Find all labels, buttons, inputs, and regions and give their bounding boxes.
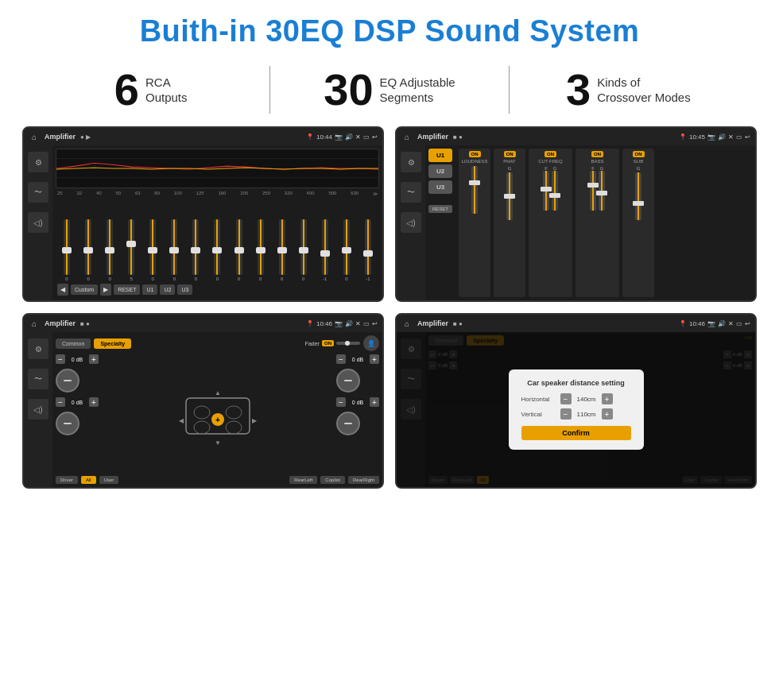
dialog-vertical-plus[interactable]: + <box>602 408 613 420</box>
u3-btn[interactable]: U3 <box>428 180 452 194</box>
sidebar-btn-speaker[interactable]: ◁) <box>28 212 48 233</box>
svg-text:◀: ◀ <box>179 417 184 424</box>
cross-left-plus2[interactable]: + <box>89 397 99 407</box>
dialog-horizontal-plus[interactable]: + <box>602 393 613 404</box>
eq-prev-btn[interactable]: ◀ <box>57 284 68 296</box>
eq-graph <box>56 149 379 188</box>
loudness-on: ON <box>469 151 481 157</box>
cross-user-icon[interactable]: 👤 <box>363 335 379 351</box>
sidebar-btn-wave[interactable]: 〜 <box>28 182 48 203</box>
cross-btn-driver[interactable]: Driver <box>56 476 78 484</box>
cross-home-icon[interactable]: ⌂ <box>29 318 40 329</box>
cutfreq-on: ON <box>545 151 556 157</box>
cross-right-controls: − 0 dB + − 0 dB + <box>336 354 379 474</box>
cutfreq-f-slider[interactable] <box>543 171 549 211</box>
cross-back-icon[interactable]: ↩ <box>372 320 378 327</box>
cross-knob-1[interactable] <box>56 369 79 393</box>
cross-tab-specialty[interactable]: Specialty <box>94 338 131 349</box>
slider-6: 0 <box>165 219 184 281</box>
cross-left-minus1[interactable]: − <box>56 354 65 364</box>
amp-back-icon[interactable]: ↩ <box>745 133 750 141</box>
cross-left-minus2[interactable]: − <box>56 397 65 407</box>
cross-right-plus1[interactable]: + <box>370 354 379 364</box>
cross-tab-common[interactable]: Common <box>56 338 91 349</box>
amp-content: ⚙ 〜 ◁) U1 U2 U3 RESET ON LOUDNESS <box>397 145 755 300</box>
cross-sidebar-btn-eq[interactable]: ⚙ <box>28 338 48 359</box>
screen-amp: ⌂ Amplifier ■ ● 📍 10:45 📷 🔊 ✕ ▭ ↩ ⚙ 〜 ◁) <box>395 126 757 302</box>
dialog-overlay: Car speaker distance setting Horizontal … <box>397 332 755 487</box>
cross-topbar: ⌂ Amplifier ■ ● 📍 10:46 📷 🔊 ✕ ▭ ↩ <box>24 315 382 332</box>
u1-btn[interactable]: U1 <box>428 149 452 162</box>
cross-fader-bar[interactable] <box>336 342 360 345</box>
dialog-horizontal-val: 140cm <box>575 396 599 403</box>
cross-btn-all[interactable]: All <box>81 476 96 484</box>
amp-sidebar-btn-wave[interactable]: 〜 <box>401 182 421 203</box>
cross-left-plus1[interactable]: + <box>89 354 99 364</box>
dialog-content: ⚙ 〜 ◁) Common Specialty ON − 0 dB <box>397 332 755 487</box>
cutfreq-g-slider[interactable] <box>552 171 558 211</box>
dialog-vertical-val: 110cm <box>575 411 599 418</box>
eq-u2-btn[interactable]: U2 <box>160 284 175 295</box>
dialog-vertical-minus[interactable]: − <box>560 408 572 420</box>
cross-fader-on[interactable]: ON <box>322 340 334 346</box>
amp-sidebar-btn-speaker[interactable]: ◁) <box>401 212 421 233</box>
cross-right-db2: − 0 dB + <box>336 397 379 407</box>
dialog-win-icon: ▭ <box>736 320 742 327</box>
dialog-dots: ■ ● <box>453 320 463 327</box>
cutfreq-panel: ON CUT FREQ F G <box>529 149 572 297</box>
eq-u1-btn[interactable]: U1 <box>142 284 157 295</box>
cross-right-plus2[interactable]: + <box>370 397 379 407</box>
amp-panels: ON LOUDNESS ON PHAT G <box>459 149 752 297</box>
amp-x-icon: ✕ <box>728 133 734 141</box>
screen-eq: ⌂ Amplifier ● ▶ 📍 10:44 📷 🔊 ✕ ▭ ↩ ⚙ 〜 ◁) <box>22 126 384 302</box>
dialog-horizontal-minus[interactable]: − <box>560 393 572 404</box>
cross-left-controls: − 0 dB + − 0 dB + <box>56 354 99 474</box>
page-title: Buith-in 30EQ DSP Sound System <box>0 0 779 60</box>
cross-knob-3[interactable] <box>336 369 360 393</box>
dialog-back-icon[interactable]: ↩ <box>745 320 750 327</box>
cross-right-val2: 0 dB <box>348 400 367 405</box>
back-icon[interactable]: ↩ <box>372 133 378 141</box>
phat-on: ON <box>504 151 516 157</box>
phat-slider[interactable] <box>506 172 513 220</box>
confirm-button[interactable]: Confirm <box>521 426 631 440</box>
bass-f-slider[interactable] <box>590 171 596 211</box>
dialog-time-info: 📍 10:46 📷 🔊 ✕ ▭ ↩ <box>679 320 750 327</box>
cross-btn-rearright[interactable]: RearRight <box>348 476 379 484</box>
stats-row: 6 RCA Outputs 30 EQ Adjustable Segments … <box>0 60 779 126</box>
cross-right-minus1[interactable]: − <box>336 354 346 364</box>
bass-g-slider[interactable] <box>599 171 605 211</box>
dialog-home-icon[interactable]: ⌂ <box>401 318 413 329</box>
eq-custom-btn[interactable]: Custom <box>71 284 98 295</box>
cross-tabs-row: Common Specialty Fader ON 👤 <box>56 335 379 351</box>
eq-topbar: ⌂ Amplifier ● ▶ 📍 10:44 📷 🔊 ✕ ▭ ↩ <box>24 128 382 145</box>
cross-btn-copilot[interactable]: Copilot <box>320 476 345 484</box>
cross-sidebar-btn-speaker[interactable]: ◁) <box>28 399 48 420</box>
cross-knob-2[interactable] <box>56 412 79 435</box>
window-icon: ▭ <box>363 133 370 141</box>
cross-sidebar-btn-wave[interactable]: 〜 <box>28 369 48 389</box>
sub-slider[interactable] <box>635 172 641 220</box>
eq-u3-btn[interactable]: U3 <box>177 284 192 295</box>
stat-number-rca: 6 <box>114 68 139 112</box>
cross-btn-rearleft[interactable]: RearLeft <box>289 476 317 484</box>
x-icon: ✕ <box>355 133 361 141</box>
eq-content: ⚙ 〜 ◁) <box>24 145 382 300</box>
eq-reset-btn[interactable]: RESET <box>114 284 140 295</box>
cross-right-minus2[interactable]: − <box>336 397 346 407</box>
u2-btn[interactable]: U2 <box>428 164 452 178</box>
loudness-slider[interactable] <box>471 166 478 214</box>
cross-knob-4[interactable] <box>336 412 360 435</box>
eq-next-btn[interactable]: ▶ <box>100 284 111 296</box>
cross-btn-user[interactable]: User <box>99 476 119 484</box>
amp-reset-btn[interactable]: RESET <box>428 205 452 213</box>
sidebar-btn-eq[interactable]: ⚙ <box>28 152 48 172</box>
eq-sidebar: ⚙ 〜 ◁) <box>24 145 52 300</box>
home-icon[interactable]: ⌂ <box>29 131 40 142</box>
dialog-horizontal-row: Horizontal − 140cm + <box>521 393 631 404</box>
sub-on: ON <box>633 151 645 157</box>
amp-sidebar-btn-eq[interactable]: ⚙ <box>401 152 421 172</box>
slider-10: 0 <box>251 219 270 281</box>
sub-label: SUB <box>634 159 643 164</box>
amp-home-icon[interactable]: ⌂ <box>401 131 413 142</box>
